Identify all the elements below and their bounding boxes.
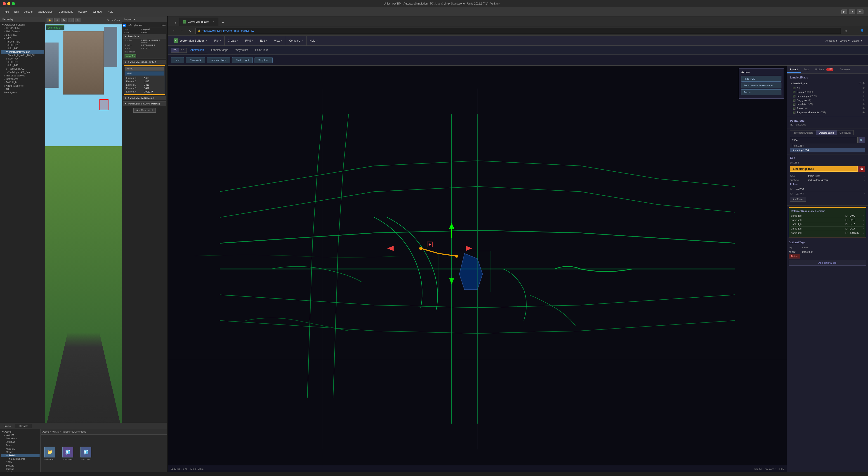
minimize-window-btn[interactable] bbox=[7, 2, 10, 5]
layer-areas-checkbox[interactable]: ✓ bbox=[793, 107, 796, 110]
rotate-on-button[interactable]: rotate On bbox=[125, 54, 136, 58]
hierarchy-item-lg1pg2[interactable]: ▷ LG1_PG2 bbox=[1, 47, 44, 50]
hierarchy-item-dock[interactable]: ▷ DockPublisher bbox=[1, 26, 44, 30]
ls-title-box[interactable]: Linestring: 1554 bbox=[790, 166, 858, 172]
layer-points-checkbox[interactable]: ✓ bbox=[793, 91, 796, 93]
hierarchy-item-trafficA02[interactable]: ▷ TrafficLightsA02 bbox=[1, 67, 44, 70]
hierarchy-item-gt[interactable]: ▷ GT bbox=[1, 88, 44, 91]
nav-refresh-btn[interactable]: ↻ bbox=[187, 28, 193, 34]
menu-gameobject[interactable]: GameObject bbox=[35, 9, 56, 15]
tab-map[interactable]: Map bbox=[801, 67, 812, 72]
nav-forward-btn[interactable]: → bbox=[179, 28, 185, 34]
nav-abstraction[interactable]: Abstraction bbox=[187, 47, 208, 53]
hierarchy-item-lanes[interactable]: ▷ TrafficLanes bbox=[1, 77, 44, 81]
map-viewport[interactable]: Action Fit to PCD Set to enable lane cha… bbox=[168, 66, 786, 472]
assets-terrains[interactable]: Terrains bbox=[1, 468, 39, 471]
action-stop-line-btn[interactable]: Stop Line bbox=[254, 57, 273, 63]
action-crosswalk-btn[interactable]: Crosswalk bbox=[186, 57, 205, 63]
scene-3d-viewport[interactable]: 15 FPS (0-18) bbox=[45, 24, 122, 423]
delete-tag-btn[interactable]: Delete bbox=[789, 254, 800, 259]
close-tab-btn[interactable]: ✕ bbox=[213, 20, 215, 23]
hierarchy-item-camera[interactable]: ▷ Main Camera bbox=[1, 30, 44, 33]
maximize-window-btn[interactable] bbox=[12, 2, 15, 5]
menu-edit[interactable]: Edit bbox=[11, 9, 22, 15]
bookmark-btn[interactable]: ☆ bbox=[843, 28, 849, 34]
address-bar[interactable]: 🔒 https://tools.tier4.jp/vector_map_buil… bbox=[195, 28, 841, 34]
menu-file[interactable]: File bbox=[2, 9, 11, 15]
nav-lanelet2maps[interactable]: Lanelet2Maps bbox=[208, 47, 232, 53]
vmb-compare-btn[interactable]: Compare ▼ bbox=[286, 36, 306, 46]
hierarchy-item-lg0pg4[interactable]: ▷ LG0_PG4 bbox=[1, 57, 44, 60]
assets-environments[interactable]: ▼ Environments bbox=[1, 457, 39, 460]
new-tab-btn[interactable]: + bbox=[172, 20, 179, 26]
vmb-browser-tab[interactable]: V Vector Map Builder ✕ bbox=[179, 18, 218, 26]
search-result-linestring[interactable]: Linestring:1554 bbox=[790, 148, 865, 152]
nav-pointcloud[interactable]: PointCloud bbox=[252, 47, 272, 53]
hierarchy-item-eventsystem[interactable]: EventSystem bbox=[1, 91, 44, 94]
action-traffic-light-btn[interactable]: Traffic Light bbox=[232, 57, 253, 63]
3d-btn[interactable]: 3D bbox=[179, 48, 186, 53]
assets-models[interactable]: Models bbox=[1, 450, 39, 454]
menu-window[interactable]: Window bbox=[90, 9, 105, 15]
hierarchy-item-trafficA02bun[interactable]: ▷ TrafficLightsA02_Bun bbox=[1, 70, 44, 74]
hierarchy-item-trafficlight[interactable]: ▷ TrafficLight bbox=[1, 81, 44, 84]
hierarchy-item-lg0pg4b[interactable]: ▷ LG0_PG4 bbox=[1, 60, 44, 64]
tab-autoware[interactable]: Autoware bbox=[837, 67, 853, 72]
set-enable-btn[interactable]: Set to enable lane change bbox=[741, 83, 781, 88]
layer-all-eye[interactable]: 👁 bbox=[862, 87, 865, 89]
selected-traffic-light-object[interactable] bbox=[99, 99, 108, 110]
add-points-btn[interactable]: Add Points bbox=[790, 197, 806, 202]
assets-prefabs[interactable]: ▼ Prefabs bbox=[1, 454, 39, 457]
nav-back-btn[interactable]: ← bbox=[171, 28, 177, 34]
vmb-fms-btn[interactable]: FMS ▼ bbox=[242, 36, 257, 46]
play-btn[interactable]: ▶ bbox=[841, 9, 847, 14]
ls-delete-btn[interactable]: 🗑 bbox=[859, 166, 865, 172]
scene-tool-scale[interactable]: ⤡ bbox=[68, 18, 74, 22]
asset-architectu[interactable]: 📁 Architectu... bbox=[42, 447, 57, 460]
scene-tool-rotate[interactable]: ↻ bbox=[61, 18, 67, 22]
scene-tool-rect[interactable]: ⊡ bbox=[74, 18, 81, 22]
hierarchy-item-equi[interactable]: ▷ Equirecta... bbox=[1, 33, 44, 37]
layer-poly-checkbox[interactable]: ✓ bbox=[793, 99, 796, 101]
object-list-tab[interactable]: ObjectList bbox=[837, 130, 854, 135]
menu-awsim[interactable]: AWSIM bbox=[75, 9, 90, 15]
layer-points-eye[interactable]: 👁 bbox=[862, 91, 865, 93]
menu-help[interactable]: Help bbox=[105, 9, 116, 15]
action-lane-btn[interactable]: Lane bbox=[171, 57, 184, 63]
vmb-create-btn[interactable]: Create ▼ bbox=[225, 36, 242, 46]
add-optional-tag-btn[interactable]: Add optional tag bbox=[789, 260, 866, 266]
add-component-btn[interactable]: Add Component bbox=[133, 108, 156, 113]
vmb-help-btn[interactable]: Help ▼ bbox=[307, 36, 321, 46]
assets-externals[interactable]: Externals bbox=[1, 440, 39, 444]
hierarchy-item-autoware[interactable]: ▼ AutowareSimulation bbox=[1, 23, 44, 26]
console-tab[interactable]: Console bbox=[15, 424, 32, 428]
layer-ls-eye[interactable]: 👁 bbox=[862, 95, 865, 97]
scene-tool-hand[interactable]: ✋ bbox=[46, 18, 53, 22]
search-result-point[interactable]: Point:1554 bbox=[790, 143, 865, 148]
hierarchy-item-intersections[interactable]: ▷ TrafficIntersections bbox=[1, 74, 44, 77]
layer-lane-checkbox[interactable]: ✓ bbox=[793, 103, 796, 106]
vmb-view-btn[interactable]: View ▼ bbox=[271, 36, 286, 46]
layer-reg-checkbox[interactable]: ✓ bbox=[793, 111, 796, 114]
close-window-btn[interactable] bbox=[3, 2, 6, 5]
assets-vehicles[interactable]: Vehicles bbox=[1, 471, 39, 472]
hierarchy-item-lg1pg5[interactable]: ▷ LG1_PG5 bbox=[1, 64, 44, 67]
action-increase-lane-btn[interactable]: Increase Lane bbox=[207, 57, 230, 63]
layer-reg-eye[interactable]: 👁 bbox=[862, 111, 865, 114]
map-eye-icon[interactable]: 👁 bbox=[859, 82, 862, 85]
asset-structures-b[interactable]: 🧊 Structures bbox=[79, 447, 93, 460]
scene-tool-move[interactable]: ✥ bbox=[54, 18, 60, 22]
assets-sensors[interactable]: Sensors bbox=[1, 464, 39, 468]
layer-poly-eye[interactable]: 👁 bbox=[862, 99, 865, 101]
assets-materials[interactable]: Materials bbox=[1, 447, 39, 450]
hierarchy-item-npcs[interactable]: ▼ NPCs bbox=[1, 37, 44, 40]
step-btn[interactable]: ⏭ bbox=[857, 9, 864, 14]
vmb-edit-btn[interactable]: Edit ▼ bbox=[257, 36, 271, 46]
assets-fonts[interactable]: Fonts bbox=[1, 444, 39, 447]
layer-lane-eye[interactable]: 👁 bbox=[862, 103, 865, 106]
hierarchy-item-lg0pg1[interactable]: ▷ LG0_PG1 bbox=[1, 43, 44, 47]
object-active-checkbox[interactable] bbox=[123, 24, 126, 27]
add-tab-btn[interactable]: + bbox=[220, 20, 226, 26]
hierarchy-item-streetlight[interactable]: StreetLight_A#01_A01_S1 bbox=[1, 54, 44, 57]
object-search-tab[interactable]: ObjectSearch bbox=[816, 130, 837, 135]
